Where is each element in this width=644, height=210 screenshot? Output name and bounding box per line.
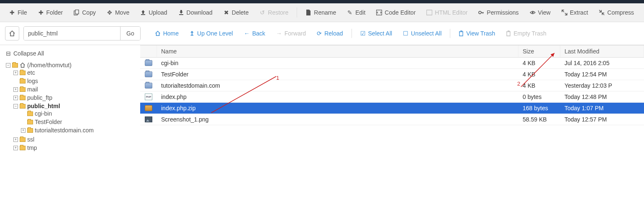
file-date: Yesterday 12:03 P (560, 80, 644, 91)
restore-button: ↺Restore (254, 6, 293, 19)
home-icon-button[interactable] (5, 26, 19, 40)
code-icon (376, 10, 382, 15)
tree-node-etc[interactable]: +etc (13, 69, 134, 76)
eye-icon (530, 10, 536, 15)
folder-icon (20, 87, 26, 92)
nav-back[interactable]: ←Back (240, 28, 269, 39)
new-folder-button[interactable]: ✚Folder (33, 6, 68, 19)
folder-icon (20, 146, 26, 150)
permissions-button[interactable]: Permissions (473, 6, 523, 19)
nav-select-all[interactable]: ☑Select All (356, 28, 397, 39)
file-name: cgi-bin (157, 58, 518, 68)
folder-icon (12, 63, 18, 68)
file-row[interactable]: cgi-bin4 KBJul 14, 2016 2:05 (140, 58, 644, 69)
extract-button[interactable]: Extract (557, 6, 593, 19)
separator (297, 8, 297, 18)
pencil-icon: ✎ (347, 10, 353, 15)
file-date: Jul 14, 2016 2:05 (560, 58, 644, 68)
tree-node-testfolder[interactable]: TestFolder (21, 119, 134, 125)
folder-icon (20, 104, 26, 109)
svg-rect-2 (141, 14, 145, 15)
move-icon: ✥ (107, 10, 113, 15)
file-size: 0 bytes (518, 91, 560, 102)
upload-icon (140, 10, 146, 15)
expand-toggle-icon[interactable]: + (13, 137, 18, 142)
tree-node-ssl[interactable]: +ssl (13, 136, 134, 143)
check-icon: ☑ (360, 30, 366, 37)
upload-button[interactable]: Upload (135, 6, 172, 19)
file-date: Today 12:54 PM (560, 69, 644, 80)
file-row[interactable]: TestFolder4 KBToday 12:54 PM (140, 69, 644, 80)
column-modified[interactable]: Last Modified (560, 46, 644, 57)
folder-tree-sidebar: ⊟Collapse All −(/home/thomvtut) +etc log… (0, 45, 140, 157)
copy-button[interactable]: Copy (69, 6, 101, 19)
file-date: Today 1:07 PM (560, 103, 644, 114)
expand-toggle-icon[interactable]: + (13, 71, 18, 75)
nav-unselect-all[interactable]: ☐Unselect All (399, 28, 446, 39)
tree-node-logs[interactable]: logs (13, 78, 134, 84)
expand-icon (562, 10, 567, 15)
folder-icon (145, 83, 152, 89)
tree-node-cgi-bin[interactable]: cgi-bin (21, 110, 134, 117)
column-size[interactable]: Size (518, 46, 560, 57)
file-size: 4 KB (518, 69, 560, 80)
edit-button[interactable]: ✎Edit (342, 6, 370, 19)
nav-view-trash[interactable]: View Trash (454, 28, 499, 39)
tree-node-tutorial[interactable]: +tutorialtestdomain.com (21, 127, 134, 134)
nav-reload[interactable]: ⟳Reload (313, 28, 347, 39)
svg-rect-5 (427, 10, 432, 15)
tree-node-mail[interactable]: +mail (13, 86, 134, 93)
uncheck-icon: ☐ (403, 30, 408, 37)
collapse-toggle-icon[interactable]: − (13, 104, 18, 109)
file-row[interactable]: Screenshot_1.png58.59 KBToday 12:57 PM (140, 114, 644, 125)
separator (352, 29, 352, 38)
separator (450, 29, 450, 38)
tree-node-public-ftp[interactable]: +public_ftp (13, 94, 134, 101)
forward-icon: → (276, 30, 282, 37)
delete-button[interactable]: ✖Delete (218, 6, 254, 19)
file-date: Today 12:57 PM (560, 114, 644, 125)
collapse-icon: ⊟ (6, 50, 11, 57)
file-row[interactable]: PHPindex.php0 bytesToday 12:48 PM (140, 91, 644, 103)
tree-node-tmp[interactable]: +tmp (13, 144, 134, 151)
collapse-all-button[interactable]: ⊟Collapse All (6, 49, 134, 61)
svg-rect-3 (179, 14, 183, 15)
expand-toggle-icon[interactable]: + (13, 87, 18, 92)
nav-up[interactable]: ↥Up One Level (185, 28, 237, 39)
html-editor-button: HTML Editor (421, 6, 472, 19)
file-row[interactable]: tutorialtestdomain.com4 KBYesterday 12:0… (140, 80, 644, 91)
expand-toggle-icon[interactable]: + (13, 146, 18, 150)
home-icon (20, 62, 26, 68)
main-toolbar: ✚File ✚Folder Copy ✥Move Upload Download… (0, 3, 644, 22)
view-button[interactable]: View (525, 6, 556, 19)
download-button[interactable]: Download (173, 6, 218, 19)
svg-rect-1 (75, 10, 79, 14)
expand-toggle-icon[interactable]: + (13, 96, 18, 100)
tree-root[interactable]: −(/home/thomvtut) (6, 62, 134, 68)
code-editor-button[interactable]: Code Editor (371, 6, 421, 19)
nav-home[interactable]: Home (151, 28, 183, 39)
file-list-pane: Name Size Last Modified cgi-bin4 KBJul 1… (140, 45, 644, 157)
file-row[interactable]: index.php.zip168 bytesToday 1:07 PM (140, 103, 644, 114)
expand-toggle-icon[interactable]: + (21, 128, 26, 133)
new-file-button[interactable]: ✚File (4, 6, 32, 19)
rename-button[interactable]: Rename (300, 6, 341, 19)
nav-forward: →Forward (272, 28, 310, 39)
tree-node-public-html[interactable]: −public_html (13, 103, 134, 109)
go-button[interactable]: Go (120, 27, 140, 40)
move-button[interactable]: ✥Move (102, 6, 134, 19)
folder-icon (20, 79, 26, 83)
file-name: Screenshot_1.png (157, 114, 518, 125)
up-icon: ↥ (190, 30, 195, 37)
collapse-toggle-icon[interactable]: − (6, 63, 10, 68)
home-icon (155, 30, 161, 36)
file-name: index.php (157, 91, 518, 102)
file-date: Today 12:48 PM (560, 91, 644, 102)
trash-icon (506, 30, 511, 36)
folder-icon (20, 96, 26, 100)
column-name[interactable]: Name (157, 46, 518, 57)
path-input[interactable] (24, 27, 120, 40)
compress-icon (599, 10, 605, 15)
folder-icon (145, 71, 152, 77)
compress-button[interactable]: Compress (594, 6, 639, 19)
